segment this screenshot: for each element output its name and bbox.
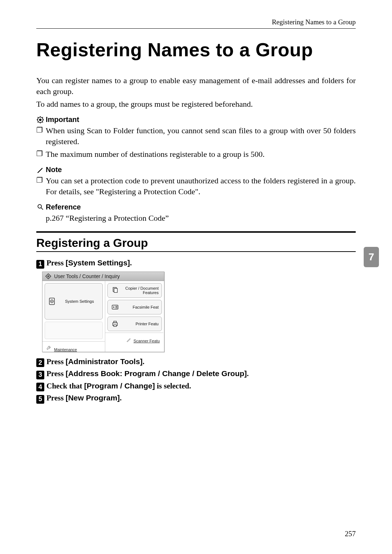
fax-icon <box>111 303 119 311</box>
page: Registering Names to a Group Registering… <box>0 0 392 554</box>
system-settings-button[interactable]: System Settings <box>45 283 103 319</box>
section-rule-thin <box>36 251 356 252</box>
ui-screenshot: User Tools / Counter / Inquiry System Se… <box>42 272 164 352</box>
intro-paragraph-2: To add names to a group, the groups must… <box>36 99 356 110</box>
scanner-label: Scanner Featu <box>134 339 160 343</box>
step-prefix: Check that <box>46 382 84 390</box>
settings-doc-icon <box>48 297 57 306</box>
svg-line-11 <box>41 208 43 210</box>
svg-rect-18 <box>114 288 117 292</box>
ui-body: System Settings Maintenance Copier / Doc… <box>42 281 164 352</box>
note-icon <box>36 166 44 174</box>
note-list: You can set a protection code to prevent… <box>36 175 356 197</box>
reference-heading: Reference <box>36 203 356 211</box>
printer-icon <box>111 319 119 328</box>
step-prefix: Press <box>46 394 66 402</box>
step-text: Check that [Program / Change] is selecte… <box>46 382 191 391</box>
step-suffix: . <box>247 369 249 378</box>
note-item: You can set a protection code to prevent… <box>46 175 356 197</box>
important-item: The maximum number of destinations regis… <box>46 149 356 160</box>
note-heading: Note <box>36 166 356 174</box>
step-prefix: Press <box>46 369 66 378</box>
step-suffix: . <box>120 394 122 402</box>
step-4: 4 Check that [Program / Change] is selec… <box>36 382 356 391</box>
svg-rect-24 <box>114 321 116 323</box>
fax-label: Facsimile Feat <box>122 305 159 309</box>
step-button-label: [Address Book: Program / Change / Delete… <box>66 369 247 378</box>
ui-title-text: User Tools / Counter / Inquiry <box>54 273 120 279</box>
page-title: Registering Names to a Group <box>36 39 356 61</box>
running-head: Registering Names to a Group <box>36 18 356 29</box>
diamond-icon <box>45 273 51 279</box>
chapter-tab: 7 <box>364 247 379 267</box>
svg-rect-21 <box>115 306 118 307</box>
step-button-label: [Administrator Tools] <box>66 357 143 366</box>
step-number-badge: 2 <box>36 358 44 367</box>
step-suffix: . <box>143 357 144 366</box>
svg-line-6 <box>38 117 39 118</box>
ui-titlebar: User Tools / Counter / Inquiry <box>42 272 164 281</box>
step-suffix: . <box>130 258 132 267</box>
svg-point-1 <box>39 118 42 121</box>
important-icon <box>36 116 44 124</box>
svg-rect-13 <box>47 275 49 277</box>
step-prefix: Press <box>46 357 66 366</box>
section-rule-heavy <box>36 231 356 233</box>
reference-body: p.267 “Registering a Protection Code” <box>36 213 356 224</box>
svg-rect-25 <box>114 325 116 326</box>
svg-line-9 <box>42 117 43 118</box>
wrench-icon <box>46 345 52 352</box>
svg-rect-22 <box>115 307 118 308</box>
ui-right-column: Copier / Document Features Facsimile Fea… <box>105 281 163 352</box>
step-button-label: [Program / Change] <box>84 382 155 390</box>
reference-icon <box>36 203 44 211</box>
note-label: Note <box>46 166 62 174</box>
step-suffix: is selected. <box>155 382 191 390</box>
scanner-features-link[interactable]: Scanner Featu <box>105 333 163 343</box>
step-1: 1 Press [System Settings]. <box>36 258 356 268</box>
maintenance-label: Maintenance <box>54 347 77 352</box>
step-number-badge: 5 <box>36 395 44 404</box>
important-list: When using Scan to Folder function, you … <box>36 125 356 160</box>
svg-rect-19 <box>112 305 118 309</box>
svg-line-7 <box>42 122 43 123</box>
step-text: Press [Address Book: Program / Change / … <box>46 369 249 378</box>
scanner-pen-icon <box>126 337 131 343</box>
printer-label: Printer Featu <box>122 322 159 326</box>
step-button-label: [System Settings] <box>66 258 130 267</box>
step-prefix: Press <box>46 258 66 267</box>
copier-features-button[interactable]: Copier / Document Features <box>107 283 162 298</box>
svg-line-8 <box>38 122 39 123</box>
svg-point-20 <box>113 306 115 308</box>
step-3: 3 Press [Address Book: Program / Change … <box>36 369 356 379</box>
step-number-badge: 4 <box>36 383 44 391</box>
printer-features-button[interactable]: Printer Featu <box>107 317 162 331</box>
step-5: 5 Press [New Program]. <box>36 394 356 403</box>
intro-paragraph-1: You can register names to a group to ena… <box>36 75 356 97</box>
ui-left-column: System Settings Maintenance <box>42 281 105 352</box>
ui-blank-slot <box>45 322 103 339</box>
important-item: When using Scan to Folder function, you … <box>46 125 356 147</box>
step-text: Press [System Settings]. <box>46 258 132 268</box>
page-number: 257 <box>345 530 356 538</box>
step-text: Press [Administrator Tools]. <box>46 357 144 366</box>
subsection-title: Registering a Group <box>36 236 356 250</box>
system-settings-label: System Settings <box>60 299 99 304</box>
svg-point-16 <box>52 301 53 302</box>
important-heading: Important <box>36 115 356 124</box>
copier-label: Copier / Document Features <box>122 286 159 295</box>
copier-icon <box>111 286 119 295</box>
facsimile-features-button[interactable]: Facsimile Feat <box>107 300 162 314</box>
step-number-badge: 3 <box>36 371 44 379</box>
step-2: 2 Press [Administrator Tools]. <box>36 357 356 367</box>
important-label: Important <box>46 115 79 124</box>
step-button-label: [New Program] <box>66 394 120 402</box>
maintenance-link[interactable]: Maintenance <box>42 341 105 352</box>
step-text: Press [New Program]. <box>46 394 122 403</box>
step-number-badge: 1 <box>36 260 44 269</box>
reference-label: Reference <box>46 203 81 211</box>
